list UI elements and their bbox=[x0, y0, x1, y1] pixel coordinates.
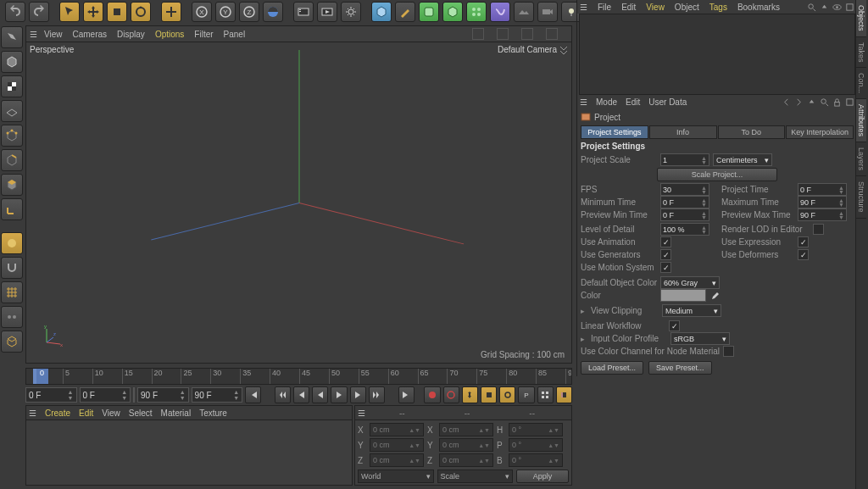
scale-project-button[interactable]: Scale Project... bbox=[657, 168, 777, 181]
cube-primitive-icon[interactable] bbox=[371, 2, 392, 22]
coord-field[interactable]: 0 °▲▼ bbox=[509, 438, 563, 452]
workplane-icon[interactable] bbox=[1, 100, 23, 122]
environment-icon[interactable] bbox=[514, 2, 534, 22]
use-anim-checkbox[interactable] bbox=[660, 236, 671, 247]
pen-tool-icon[interactable] bbox=[395, 2, 415, 22]
project-scale-field[interactable]: 1▲▼ bbox=[660, 153, 709, 166]
attr-mode-menu[interactable]: Mode bbox=[596, 97, 617, 107]
goto-start-icon[interactable] bbox=[245, 386, 261, 403]
next-frame-icon[interactable] bbox=[350, 386, 366, 403]
tab-project-settings[interactable]: Project Settings bbox=[581, 125, 648, 139]
timeline-ruler[interactable]: 051015202530354045505560657075808590 bbox=[25, 368, 572, 385]
range-end-field[interactable]: 90 F▲▼ bbox=[137, 387, 189, 403]
autokey-icon[interactable] bbox=[443, 386, 459, 403]
snap-options-icon[interactable] bbox=[1, 306, 23, 328]
axis-mode-icon[interactable] bbox=[1, 198, 23, 220]
coord-field[interactable]: 0 cm▲▼ bbox=[439, 453, 493, 467]
scale-tool-icon[interactable] bbox=[107, 2, 127, 22]
fps-field[interactable]: 30▲▼ bbox=[660, 183, 709, 196]
icp-dropdown[interactable]: sRGB▾ bbox=[670, 332, 730, 345]
coord-field[interactable]: 0 cm▲▼ bbox=[439, 438, 493, 452]
nav-zoom-icon[interactable] bbox=[497, 28, 509, 40]
cameras-menu[interactable]: Cameras bbox=[73, 30, 108, 39]
next-key-icon[interactable] bbox=[369, 386, 385, 403]
render-settings-icon[interactable] bbox=[341, 2, 361, 22]
move-tool-icon[interactable] bbox=[83, 2, 103, 22]
expand-icon[interactable] bbox=[845, 3, 854, 12]
prev-frame-icon[interactable] bbox=[293, 386, 309, 403]
use-motion-checkbox[interactable] bbox=[660, 262, 671, 273]
record-icon[interactable] bbox=[424, 386, 440, 403]
project-end-field[interactable]: 90 F▲▼ bbox=[192, 387, 243, 403]
color-swatch[interactable] bbox=[660, 289, 706, 302]
nav-orbit-icon[interactable] bbox=[521, 28, 533, 40]
coord-field[interactable]: 0 °▲▼ bbox=[509, 423, 563, 436]
undo-icon[interactable] bbox=[5, 2, 25, 22]
min-time-field[interactable]: 0 F▲▼ bbox=[660, 196, 709, 208]
search-icon[interactable] bbox=[807, 3, 816, 12]
save-preset-button[interactable]: Save Preset... bbox=[648, 361, 712, 375]
eye-icon[interactable] bbox=[832, 3, 842, 12]
lock-icon[interactable] bbox=[832, 97, 842, 107]
project-scale-unit[interactable]: Centimeters▾ bbox=[713, 153, 772, 166]
tab-todo[interactable]: To Do bbox=[718, 125, 786, 139]
z-axis-lock-icon[interactable]: Z bbox=[239, 2, 259, 22]
attr-edit-menu[interactable]: Edit bbox=[626, 97, 640, 107]
view-menu-mat[interactable]: View bbox=[102, 408, 120, 418]
nav-layout-icon[interactable] bbox=[546, 28, 558, 40]
load-preset-button[interactable]: Load Preset... bbox=[581, 361, 643, 375]
icp-collapse[interactable]: ▸ bbox=[581, 335, 585, 343]
select-menu-mat[interactable]: Select bbox=[129, 408, 153, 418]
vclip-collapse[interactable]: ▸ bbox=[581, 307, 585, 315]
current-frame-field[interactable]: 0 F▲▼ bbox=[25, 387, 77, 403]
coord-mode-dropdown[interactable]: World▾ bbox=[358, 470, 434, 483]
key-pos-icon[interactable] bbox=[462, 386, 478, 403]
key-scale-icon[interactable] bbox=[481, 386, 497, 403]
object-mode-icon[interactable] bbox=[1, 51, 23, 73]
obj-object-menu[interactable]: Object bbox=[675, 3, 699, 12]
play-back-icon[interactable] bbox=[312, 386, 328, 403]
texture-menu[interactable]: Texture bbox=[199, 408, 227, 418]
deformer-icon[interactable] bbox=[490, 2, 510, 22]
coord-field[interactable]: 0 cm▲▼ bbox=[370, 438, 424, 452]
viewport-camera[interactable]: Default Camera bbox=[498, 45, 568, 54]
snap-icon[interactable] bbox=[1, 257, 23, 279]
rtab-structure[interactable]: Structure bbox=[856, 176, 866, 219]
point-mode-icon[interactable] bbox=[1, 125, 23, 147]
coord-field[interactable]: 0 cm▲▼ bbox=[370, 453, 424, 467]
rtab-objects[interactable]: Objects bbox=[856, 0, 866, 37]
snap-grid-icon[interactable] bbox=[1, 281, 23, 303]
obj-tags-menu[interactable]: Tags bbox=[709, 3, 727, 12]
obj-view-menu[interactable]: View bbox=[646, 3, 665, 12]
apply-button[interactable]: Apply bbox=[516, 470, 569, 483]
extrude-icon[interactable] bbox=[442, 2, 463, 22]
tweak-icon[interactable] bbox=[1, 232, 23, 254]
ucc-checkbox[interactable] bbox=[723, 346, 734, 357]
key-clip-icon[interactable] bbox=[556, 386, 572, 403]
display-menu[interactable]: Display bbox=[117, 30, 145, 39]
rtab-takes[interactable]: Takes bbox=[856, 37, 866, 69]
array-icon[interactable] bbox=[466, 2, 487, 22]
up-icon[interactable] bbox=[807, 97, 816, 107]
goto-end-icon[interactable] bbox=[398, 386, 415, 403]
eyedropper-icon[interactable] bbox=[709, 291, 719, 300]
key-param-icon[interactable]: P bbox=[518, 386, 534, 403]
defcolor-dropdown[interactable]: 60% Gray▾ bbox=[660, 276, 720, 289]
rtab-content[interactable]: Con... bbox=[856, 68, 866, 99]
rotate-tool-icon[interactable] bbox=[131, 2, 151, 22]
fwd-icon[interactable] bbox=[794, 97, 804, 107]
use-gen-checkbox[interactable] bbox=[660, 249, 671, 260]
range-start-field[interactable]: 0 F▲▼ bbox=[80, 387, 131, 403]
create-menu[interactable]: Create bbox=[45, 408, 70, 418]
last-tool-icon[interactable] bbox=[161, 2, 181, 22]
max-time-field[interactable]: 90 F▲▼ bbox=[798, 196, 847, 208]
new-icon[interactable] bbox=[845, 97, 854, 107]
material-menu[interactable]: Material bbox=[161, 408, 192, 418]
texture-mode-icon[interactable] bbox=[1, 75, 23, 97]
edit-menu-mat[interactable]: Edit bbox=[79, 408, 93, 418]
use-expr-checkbox[interactable] bbox=[798, 236, 809, 247]
snap-3d-icon[interactable] bbox=[1, 331, 23, 353]
poly-mode-icon[interactable] bbox=[1, 174, 23, 196]
nav-pan-icon[interactable] bbox=[472, 28, 484, 40]
redo-icon[interactable] bbox=[29, 2, 49, 22]
